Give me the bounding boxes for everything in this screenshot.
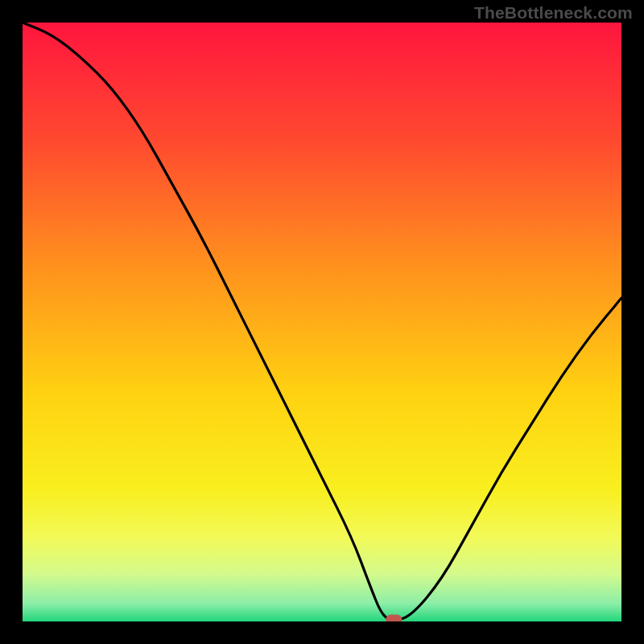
watermark-text: TheBottleneck.com [474, 3, 633, 23]
chart-frame: TheBottleneck.com [0, 0, 644, 644]
plot-area [23, 23, 621, 621]
optimum-marker [386, 615, 402, 622]
gradient-background [23, 23, 621, 621]
chart-svg [23, 23, 621, 621]
